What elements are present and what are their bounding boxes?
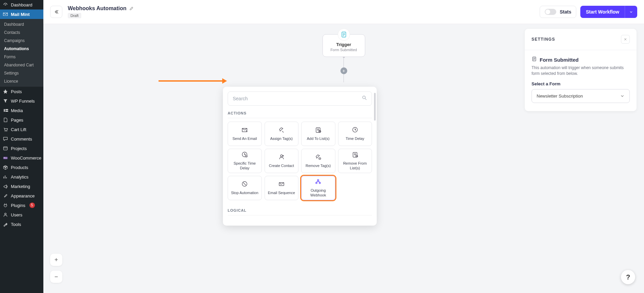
start-workflow-dropdown[interactable] (625, 6, 637, 18)
submenu-contacts[interactable]: Contacts (0, 28, 43, 37)
submenu-licence[interactable]: Licence (0, 77, 43, 85)
action-remove-from-list-s-[interactable]: Remove From List(s) (338, 149, 372, 173)
nav-media[interactable]: Media (0, 106, 43, 115)
add-step-button[interactable]: + (340, 67, 347, 74)
action-search-input[interactable] (228, 91, 372, 106)
action-outgoing-webhook[interactable]: Outgoing Webhook (301, 176, 335, 200)
nav-wp-funnels[interactable]: WP Funnels (0, 96, 43, 106)
nav-label: Mail Mint (11, 12, 30, 17)
tools-icon (3, 222, 8, 227)
action-create-contact[interactable]: Create Contact (265, 149, 299, 173)
submenu-settings[interactable]: Settings (0, 69, 43, 77)
submenu-automations[interactable]: Automations (0, 45, 43, 53)
page-icon (3, 117, 8, 123)
trigger-card[interactable]: Trigger Form Submitted (323, 34, 365, 57)
action-specific-time-delay[interactable]: Specific Time Delay (228, 149, 262, 173)
annotation-arrow (159, 80, 223, 82)
nav-label: Media (11, 108, 23, 113)
marketing-icon (3, 184, 8, 189)
nav-label: Users (11, 212, 22, 217)
analytics-icon (3, 174, 8, 180)
action-icon (315, 126, 321, 134)
edit-title-icon[interactable] (129, 6, 134, 11)
connector-line (344, 74, 344, 82)
action-label: Remove From List(s) (340, 161, 371, 171)
svg-point-12 (245, 155, 247, 157)
action-label: Remove Tag(s) (306, 164, 331, 168)
mailmint-icon (3, 12, 8, 17)
help-button[interactable]: ? (621, 270, 635, 284)
svg-point-1 (6, 131, 7, 132)
action-label: Send An Email (232, 137, 257, 141)
nav-label: Appearance (11, 193, 35, 198)
nav-posts[interactable]: Posts (0, 87, 43, 96)
nav-plugins[interactable]: Plugins5 (0, 201, 43, 210)
nav-marketing[interactable]: Marketing (0, 182, 43, 191)
stats-toggle-box: Stats (540, 6, 576, 18)
submenu-campaigns[interactable]: Campaigns (0, 37, 43, 45)
scrollbar[interactable] (374, 93, 376, 121)
nav-appearance[interactable]: Appearance (0, 191, 43, 201)
action-stop-automation[interactable]: Stop Automation (228, 176, 262, 200)
action-icon (241, 126, 248, 134)
action-icon (278, 153, 285, 162)
gauge-icon (3, 2, 8, 7)
search-icon (362, 95, 367, 102)
trigger-subtitle: Form Submitted (326, 48, 362, 52)
submenu-forms[interactable]: Forms (0, 53, 43, 61)
projects-icon (3, 146, 8, 151)
action-label: Assign Tag(s) (270, 137, 293, 141)
nav-label: Projects (11, 146, 27, 151)
action-email-sequence[interactable]: Email Sequence (265, 176, 299, 200)
cart-icon (3, 127, 8, 132)
nav-users[interactable]: Users (0, 210, 43, 219)
submenu-abandoned-cart[interactable]: Abandoned Cart (0, 61, 43, 69)
nav-pages[interactable]: Pages (0, 115, 43, 125)
zoom-out-button[interactable]: − (50, 271, 62, 283)
svg-point-5 (5, 213, 6, 215)
action-add-to-list-s-[interactable]: Add To List(s) (301, 122, 335, 146)
nav-products[interactable]: Products (0, 163, 43, 172)
funnel-icon (3, 98, 8, 104)
action-icon (278, 126, 285, 134)
nav-woocommerce[interactable]: WooWooCommerce (0, 153, 43, 163)
status-chip: Draft (68, 13, 81, 18)
nav-label: Pages (11, 118, 23, 123)
pin-icon (3, 89, 8, 94)
action-icon (241, 181, 248, 189)
woo-icon: Woo (3, 155, 8, 161)
action-send-an-email[interactable]: Send An Email (228, 122, 262, 146)
section-label-logical: LOGICAL (228, 208, 372, 215)
action-icon (352, 126, 358, 134)
svg-rect-2 (3, 147, 7, 150)
chevron-down-icon (620, 93, 625, 98)
nav-label: Analytics (11, 174, 28, 180)
submenu-dashboard[interactable]: Dashboard (0, 20, 43, 28)
nav-cart-lift[interactable]: Cart Lift (0, 125, 43, 134)
form-icon (338, 28, 350, 41)
action-assign-tag-s-[interactable]: Assign Tag(s) (265, 122, 299, 146)
nav-comments[interactable]: Comments (0, 134, 43, 144)
svg-point-0 (5, 131, 5, 132)
form-select[interactable]: Newsletter Subscription (532, 89, 630, 103)
action-label: Specific Time Delay (229, 161, 260, 171)
nav-analytics[interactable]: Analytics (0, 172, 43, 182)
svg-point-20 (316, 182, 317, 184)
select-form-label: Select a Form (532, 81, 630, 86)
start-workflow-button[interactable]: Start Workflow (580, 6, 637, 18)
nav-dashboard[interactable]: Dashboard (0, 0, 43, 9)
workflow-canvas: Trigger Form Submitted + (43, 24, 644, 293)
collapse-sidebar-button[interactable] (50, 6, 62, 18)
stats-toggle[interactable] (545, 9, 556, 15)
nav-label: Dashboard (11, 2, 33, 7)
plug-icon (3, 203, 8, 208)
nav-projects[interactable]: Projects (0, 144, 43, 153)
comment-icon (3, 136, 8, 142)
close-settings-button[interactable] (621, 35, 630, 44)
nav-label: Plugins (11, 203, 25, 208)
action-time-delay[interactable]: Time Delay (338, 122, 372, 146)
nav-tools[interactable]: Tools (0, 219, 43, 229)
zoom-in-button[interactable]: + (50, 254, 62, 266)
nav-mail-mint[interactable]: Mail Mint (0, 9, 43, 19)
action-remove-tag-s-[interactable]: Remove Tag(s) (301, 149, 335, 173)
